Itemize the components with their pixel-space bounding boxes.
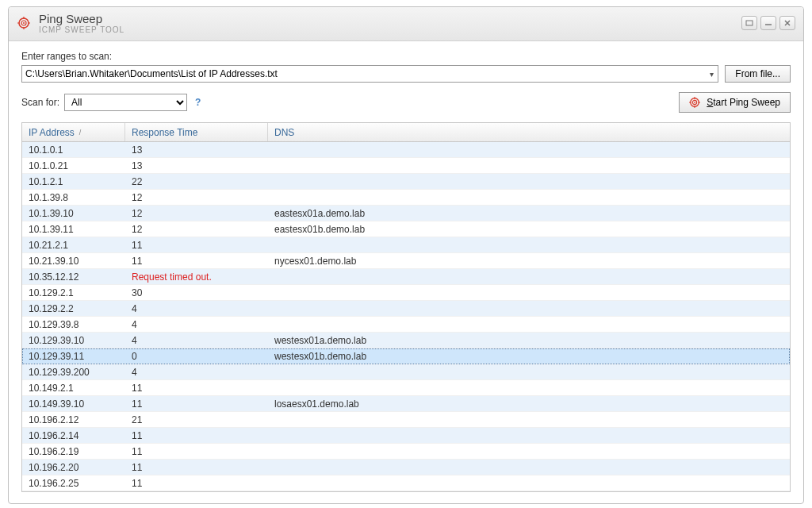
cell-response-time: 11 <box>125 383 268 394</box>
cell-ip: 10.196.2.25 <box>22 478 125 489</box>
minimize-button[interactable] <box>760 16 776 30</box>
cell-response-time: 11 <box>125 256 268 267</box>
column-header-response-time[interactable]: Response Time <box>125 123 268 141</box>
table-row[interactable]: 10.35.12.12Request timed out. <box>22 269 790 285</box>
cell-response-time: 0 <box>125 351 268 362</box>
cell-ip: 10.129.2.1 <box>22 287 125 298</box>
cell-response-time: 12 <box>125 192 268 203</box>
cell-response-time: 4 <box>125 335 268 346</box>
cell-ip: 10.1.2.1 <box>22 176 125 187</box>
column-header-ip[interactable]: IP Address / <box>22 123 125 141</box>
table-body: 10.1.0.11310.1.0.211310.1.2.12210.1.39.8… <box>22 142 790 491</box>
cell-response-time: 21 <box>125 414 268 425</box>
table-row[interactable]: 10.129.39.110westesx01b.demo.lab <box>22 348 790 364</box>
cell-response-time: 11 <box>125 240 268 251</box>
cell-ip: 10.21.2.1 <box>22 240 125 251</box>
help-icon[interactable]: ? <box>195 97 201 108</box>
cell-response-time: 12 <box>125 224 268 235</box>
ranges-dropdown[interactable] <box>21 65 718 83</box>
cell-ip: 10.35.12.12 <box>22 271 125 283</box>
window-title: Ping Sweep <box>39 12 124 25</box>
table-row[interactable]: 10.149.2.111 <box>22 380 790 396</box>
table-row[interactable]: 10.196.2.2511 <box>22 475 790 491</box>
cell-response-time: Request timed out. <box>125 271 268 283</box>
cell-ip: 10.129.39.11 <box>22 351 125 362</box>
cell-response-time: 11 <box>125 446 268 457</box>
target-icon <box>17 16 31 30</box>
svg-point-13 <box>694 102 695 103</box>
cell-ip: 10.21.39.10 <box>22 256 125 267</box>
close-button[interactable] <box>779 16 795 30</box>
table-row[interactable]: 10.1.39.812 <box>22 190 790 206</box>
cell-response-time: 13 <box>125 160 268 171</box>
from-file-button[interactable]: From file... <box>725 65 791 83</box>
cell-ip: 10.1.39.11 <box>22 224 125 235</box>
cell-ip: 10.1.0.1 <box>22 144 125 156</box>
cell-ip: 10.1.39.10 <box>22 208 125 219</box>
cell-response-time: 22 <box>125 176 268 187</box>
sort-indicator-icon: / <box>79 129 82 137</box>
content-area: Enter ranges to scan: From file... Scan … <box>9 41 803 503</box>
table-row[interactable]: 10.129.39.2004 <box>22 364 790 380</box>
app-window: Ping Sweep ICMP SWEEP TOOL Enter ranges … <box>8 6 804 504</box>
table-row[interactable]: 10.21.39.1011nycesx01.demo.lab <box>22 253 790 269</box>
table-row[interactable]: 10.196.2.1411 <box>22 428 790 444</box>
column-header-dns-label: DNS <box>274 127 294 138</box>
table-row[interactable]: 10.1.0.113 <box>22 142 790 158</box>
svg-point-2 <box>23 22 25 24</box>
cell-ip: 10.1.39.8 <box>22 192 125 203</box>
table-row[interactable]: 10.129.39.104westesx01a.demo.lab <box>22 333 790 348</box>
results-table: IP Address / Response Time DNS 10.1.0.11… <box>21 122 791 492</box>
table-row[interactable]: 10.196.2.1911 <box>22 444 790 460</box>
scan-for-label: Scan for: <box>21 97 59 108</box>
column-header-rt-label: Response Time <box>132 127 197 138</box>
cell-response-time: 4 <box>125 303 268 314</box>
table-row[interactable]: 10.1.2.122 <box>22 174 790 190</box>
column-header-ip-label: IP Address <box>29 127 75 138</box>
restore-button[interactable] <box>741 16 757 30</box>
start-button-label: Start Ping Sweep <box>707 97 780 108</box>
cell-dns: eastesx01b.demo.lab <box>268 224 790 235</box>
cell-response-time: 11 <box>125 478 268 489</box>
table-row[interactable]: 10.1.39.1112eastesx01b.demo.lab <box>22 221 790 237</box>
cell-ip: 10.149.39.10 <box>22 398 125 410</box>
ranges-input[interactable] <box>21 65 718 83</box>
cell-response-time: 11 <box>125 462 268 473</box>
titlebar: Ping Sweep ICMP SWEEP TOOL <box>9 7 803 41</box>
table-row[interactable]: 10.129.2.130 <box>22 285 790 301</box>
table-row[interactable]: 10.196.2.2011 <box>22 460 790 475</box>
table-row[interactable]: 10.129.2.24 <box>22 301 790 317</box>
cell-ip: 10.129.39.8 <box>22 319 125 330</box>
start-ping-sweep-button[interactable]: Start Ping Sweep <box>679 92 791 113</box>
scan-for-select[interactable]: All <box>64 94 187 111</box>
table-row[interactable]: 10.21.2.111 <box>22 237 790 253</box>
window-controls <box>741 16 795 30</box>
cell-response-time: 4 <box>125 367 268 378</box>
cell-dns: losaesx01.demo.lab <box>268 398 790 410</box>
title-text: Ping Sweep ICMP SWEEP TOOL <box>39 12 124 34</box>
table-row[interactable]: 10.196.2.1221 <box>22 412 790 428</box>
cell-response-time: 4 <box>125 319 268 330</box>
table-row[interactable]: 10.149.39.1011losaesx01.demo.lab <box>22 396 790 412</box>
cell-response-time: 12 <box>125 208 268 219</box>
cell-response-time: 13 <box>125 144 268 156</box>
cell-ip: 10.149.2.1 <box>22 383 125 394</box>
table-header: IP Address / Response Time DNS <box>22 123 790 142</box>
cell-ip: 10.196.2.12 <box>22 414 125 425</box>
svg-rect-7 <box>746 21 753 25</box>
cell-dns: eastesx01a.demo.lab <box>268 208 790 219</box>
table-row[interactable]: 10.1.0.2113 <box>22 158 790 174</box>
cell-ip: 10.196.2.14 <box>22 430 125 441</box>
column-header-dns[interactable]: DNS <box>268 123 790 141</box>
cell-response-time: 30 <box>125 287 268 298</box>
target-icon <box>689 97 700 108</box>
table-row[interactable]: 10.129.39.84 <box>22 317 790 333</box>
cell-ip: 10.129.2.2 <box>22 303 125 314</box>
cell-ip: 10.129.39.10 <box>22 335 125 346</box>
cell-ip: 10.1.0.21 <box>22 160 125 171</box>
window-subtitle: ICMP SWEEP TOOL <box>39 25 124 34</box>
table-row[interactable]: 10.1.39.1012eastesx01a.demo.lab <box>22 206 790 221</box>
cell-dns: westesx01a.demo.lab <box>268 335 790 346</box>
cell-ip: 10.129.39.200 <box>22 367 125 378</box>
cell-ip: 10.196.2.19 <box>22 446 125 457</box>
